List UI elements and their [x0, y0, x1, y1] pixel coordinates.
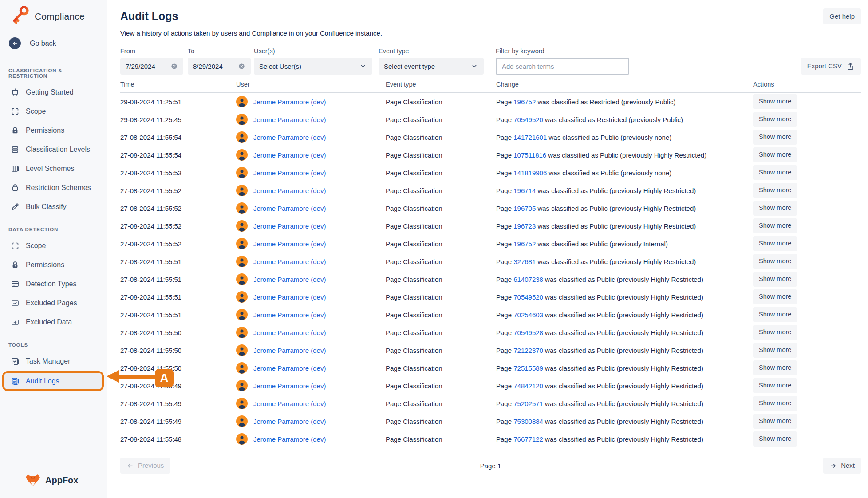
- show-more-button[interactable]: Show more: [753, 254, 797, 269]
- user-link[interactable]: Jerome Parramore (dev): [253, 116, 326, 123]
- show-more-button[interactable]: Show more: [753, 218, 797, 233]
- user-link[interactable]: Jerome Parramore (dev): [253, 134, 326, 141]
- pagination: Previous Page 1 Next: [120, 458, 861, 474]
- go-back-button[interactable]: Go back: [0, 37, 107, 49]
- annotation-arrow-shaft: [116, 375, 157, 379]
- page-id-link[interactable]: 107511816: [513, 151, 546, 159]
- page-id-link[interactable]: 141819906: [513, 169, 547, 177]
- user-link[interactable]: Jerome Parramore (dev): [253, 187, 326, 194]
- show-more-button[interactable]: Show more: [753, 94, 797, 109]
- page-id-link[interactable]: 74842120: [513, 382, 543, 390]
- from-date-input[interactable]: 7/29/2024: [120, 58, 183, 75]
- user-link[interactable]: Jerome Parramore (dev): [253, 347, 326, 354]
- page-id-link[interactable]: 75202571: [513, 400, 543, 407]
- user-link[interactable]: Jerome Parramore (dev): [253, 311, 326, 319]
- cell-time: 27-08-2024 11:55:50: [120, 364, 236, 372]
- page-id-link[interactable]: 196723: [513, 222, 536, 230]
- export-csv-button[interactable]: Export CSV: [801, 58, 861, 75]
- user-avatar-icon: [236, 415, 248, 427]
- page-id-link[interactable]: 196752: [513, 98, 536, 106]
- page-id-link[interactable]: 70549520: [513, 293, 543, 301]
- show-more-button[interactable]: Show more: [753, 165, 797, 180]
- cell-change: Page 70549520 was classified as Restrict…: [496, 116, 753, 123]
- cell-time: 27-08-2024 11:55:52: [120, 205, 236, 212]
- show-more-button[interactable]: Show more: [753, 272, 797, 286]
- page-title: Audit Logs: [120, 10, 861, 23]
- page-id-link[interactable]: 72515589: [513, 364, 543, 372]
- show-more-button[interactable]: Show more: [753, 112, 797, 126]
- show-more-button[interactable]: Show more: [753, 201, 797, 215]
- page-id-link[interactable]: 196714: [513, 187, 536, 194]
- sidebar-item-label: Scope: [26, 107, 46, 115]
- sidebar-item-scope[interactable]: Scope: [0, 236, 107, 255]
- user-link[interactable]: Jerome Parramore (dev): [253, 435, 326, 443]
- user-link[interactable]: Jerome Parramore (dev): [253, 169, 326, 177]
- show-more-button[interactable]: Show more: [753, 325, 797, 340]
- page-id-link[interactable]: 70254603: [513, 311, 543, 319]
- show-more-button[interactable]: Show more: [753, 307, 797, 322]
- sidebar-item-bulk-classify[interactable]: Bulk Classify: [0, 197, 107, 216]
- cell-user: Jerome Parramore (dev): [236, 256, 386, 267]
- show-more-button[interactable]: Show more: [753, 360, 797, 375]
- previous-page-button[interactable]: Previous: [120, 458, 170, 474]
- user-link[interactable]: Jerome Parramore (dev): [253, 276, 326, 283]
- page-id-link[interactable]: 196752: [513, 240, 536, 248]
- show-more-button[interactable]: Show more: [753, 130, 797, 144]
- sidebar-item-restriction-schemes[interactable]: Restriction Schemes: [0, 178, 107, 197]
- users-select[interactable]: Select User(s): [254, 58, 372, 75]
- table-row: 29-08-2024 11:25:51 Jerome Parramore (de…: [120, 93, 861, 111]
- user-link[interactable]: Jerome Parramore (dev): [253, 382, 326, 390]
- cell-user: Jerome Parramore (dev): [236, 96, 386, 107]
- show-more-button[interactable]: Show more: [753, 378, 797, 393]
- get-help-button[interactable]: Get help: [823, 8, 861, 24]
- sidebar-item-task-manager[interactable]: Task Manager: [0, 352, 107, 371]
- page-id-link[interactable]: 61407238: [513, 276, 543, 283]
- sidebar-item-level-schemes[interactable]: Level Schemes: [0, 159, 107, 178]
- event-type-select[interactable]: Select event type: [379, 58, 484, 75]
- show-more-button[interactable]: Show more: [753, 236, 797, 251]
- plus-rect-icon: [11, 318, 20, 327]
- user-link[interactable]: Jerome Parramore (dev): [253, 240, 326, 248]
- to-date-input[interactable]: 8/29/2024: [188, 58, 251, 75]
- show-more-button[interactable]: Show more: [753, 396, 797, 411]
- sidebar-item-excluded-pages[interactable]: Excluded Pages: [0, 293, 107, 312]
- user-link[interactable]: Jerome Parramore (dev): [253, 418, 326, 425]
- user-link[interactable]: Jerome Parramore (dev): [253, 205, 326, 212]
- cell-change: Page 196705 was classified as Public (pr…: [496, 205, 753, 212]
- sidebar-item-detection-types[interactable]: Detection Types: [0, 274, 107, 293]
- next-page-button[interactable]: Next: [823, 458, 861, 474]
- sidebar-item-classification-levels[interactable]: Classification Levels: [0, 140, 107, 159]
- page-id-link[interactable]: 72122370: [513, 347, 543, 354]
- page-id-link[interactable]: 70549528: [513, 329, 543, 336]
- sidebar-item-excluded-data[interactable]: Excluded Data: [0, 312, 107, 332]
- sidebar-item-scope[interactable]: Scope: [0, 102, 107, 121]
- keyword-input[interactable]: [496, 58, 629, 75]
- show-more-button[interactable]: Show more: [753, 431, 797, 446]
- sidebar-item-getting-started[interactable]: Getting Started: [0, 83, 107, 102]
- user-link[interactable]: Jerome Parramore (dev): [253, 400, 326, 407]
- clear-circle-icon[interactable]: [238, 63, 245, 70]
- page-id-link[interactable]: 75300884: [513, 418, 543, 425]
- sidebar-item-audit-logs[interactable]: Audit Logs: [2, 371, 104, 391]
- show-more-button[interactable]: Show more: [753, 147, 797, 162]
- page-id-link[interactable]: 70549520: [513, 116, 543, 123]
- page-id-link[interactable]: 141721601: [513, 134, 547, 141]
- user-avatar-icon: [236, 380, 248, 391]
- user-link[interactable]: Jerome Parramore (dev): [253, 222, 326, 230]
- page-id-link[interactable]: 76677122: [513, 435, 543, 443]
- user-link[interactable]: Jerome Parramore (dev): [253, 364, 326, 372]
- clear-circle-icon[interactable]: [170, 63, 178, 70]
- cell-user: Jerome Parramore (dev): [236, 291, 386, 303]
- show-more-button[interactable]: Show more: [753, 343, 797, 357]
- user-link[interactable]: Jerome Parramore (dev): [253, 258, 326, 265]
- show-more-button[interactable]: Show more: [753, 183, 797, 198]
- user-link[interactable]: Jerome Parramore (dev): [253, 151, 326, 159]
- page-id-link[interactable]: 327681: [513, 258, 536, 265]
- table-header: Time User Event type Change Actions: [120, 81, 861, 93]
- show-more-button[interactable]: Show more: [753, 289, 797, 304]
- show-more-button[interactable]: Show more: [753, 414, 797, 428]
- user-link[interactable]: Jerome Parramore (dev): [253, 293, 326, 301]
- page-id-link[interactable]: 196705: [513, 205, 536, 212]
- user-link[interactable]: Jerome Parramore (dev): [253, 329, 326, 336]
- user-link[interactable]: Jerome Parramore (dev): [253, 98, 326, 106]
